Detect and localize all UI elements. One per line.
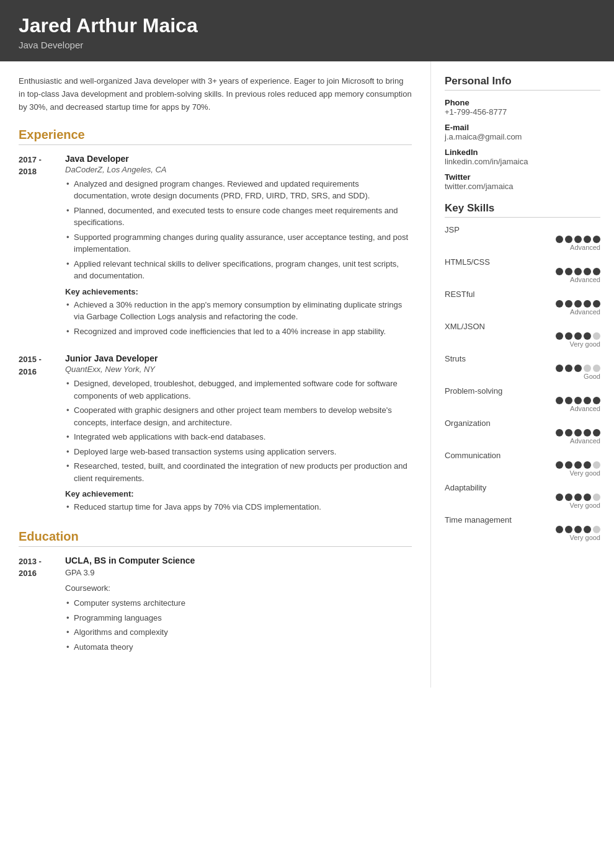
skill-rating-row: Advanced (445, 236, 600, 251)
entry-job-title: Java Developer (65, 154, 412, 164)
dot-filled (584, 526, 591, 533)
gpa: GPA 3.9 (65, 567, 412, 580)
dot-filled (556, 526, 563, 533)
dot-filled (584, 332, 591, 340)
skill-item: Time managementVery good (445, 515, 600, 541)
skill-name: Organization (445, 418, 600, 428)
skill-rating-row: Advanced (445, 429, 600, 445)
dot-filled (574, 332, 582, 340)
education-heading: Education (19, 529, 412, 547)
dot-filled (574, 526, 582, 533)
candidate-title: Java Developer (19, 40, 595, 50)
skill-level-label: Advanced (570, 308, 600, 316)
info-value: j.a.maica@gmail.com (445, 132, 600, 141)
list-item: Achieved a 30% reduction in the app's me… (65, 299, 412, 323)
entry-content: Junior Java DeveloperQuantExx, New York,… (65, 353, 412, 516)
dot-filled (565, 494, 572, 501)
skill-name: Communication (445, 451, 600, 460)
entry-bullets: Designed, developed, troubleshot, debugg… (65, 378, 412, 484)
dot-filled (593, 268, 600, 275)
dot-filled (593, 236, 600, 243)
dot-filled (556, 332, 563, 340)
list-item: Automata theory (65, 641, 412, 653)
dot-filled (584, 494, 591, 501)
entry-dates: 2017 - 2018 (19, 154, 65, 340)
list-item: Planned, documented, and executed tests … (65, 205, 412, 229)
dot-filled (574, 461, 582, 469)
skill-level-label: Very good (569, 502, 600, 509)
personal-info-item: Phone+1-799-456-8777 (445, 98, 600, 117)
dot-filled (574, 397, 582, 404)
personal-info-heading: Personal Info (445, 75, 600, 91)
dot-filled (593, 429, 600, 436)
dot-empty (593, 332, 600, 340)
skill-rating-row: Advanced (445, 300, 600, 316)
experience-entry: 2015 - 2016Junior Java DeveloperQuantExx… (19, 353, 412, 516)
entry-job-title: Junior Java Developer (65, 353, 412, 363)
achievements-heading: Key achievements: (65, 287, 412, 296)
dot-filled (574, 236, 582, 243)
skill-level-label: Advanced (570, 437, 600, 445)
list-item: Researched, tested, built, and coordinat… (65, 460, 412, 484)
list-item: Deployed large web-based transaction sys… (65, 446, 412, 458)
list-item: Designed, developed, troubleshot, debugg… (65, 378, 412, 402)
dot-filled (584, 397, 591, 404)
skill-rating-row: Very good (445, 332, 600, 348)
dot-filled (556, 365, 563, 372)
skill-item: CommunicationVery good (445, 451, 600, 477)
skill-dots (556, 365, 600, 372)
dot-filled (556, 268, 563, 275)
list-item: Reduced startup time for Java apps by 70… (65, 501, 412, 513)
skill-level-label: Very good (569, 469, 600, 477)
skill-item: AdaptabilityVery good (445, 483, 600, 509)
skill-item: Problem-solvingAdvanced (445, 386, 600, 412)
skill-name: Problem-solving (445, 386, 600, 396)
info-value: +1-799-456-8777 (445, 107, 600, 117)
right-column: Personal Info Phone+1-799-456-8777E-mail… (431, 61, 614, 566)
dot-filled (556, 236, 563, 243)
dot-filled (556, 300, 563, 308)
skill-dots (556, 526, 600, 533)
dot-filled (574, 268, 582, 275)
entry-bullets: Analyzed and designed program changes. R… (65, 178, 412, 282)
dot-filled (556, 494, 563, 501)
list-item: Integrated web applications with back-en… (65, 431, 412, 443)
dot-filled (584, 461, 591, 469)
skill-level-label: Advanced (570, 276, 600, 283)
skill-level-label: Good (584, 373, 600, 380)
skill-item: RESTfulAdvanced (445, 290, 600, 316)
list-item: Analyzed and designed program changes. R… (65, 178, 412, 202)
info-value: linkedin.com/in/jamaica (445, 157, 600, 166)
experience-heading: Experience (19, 128, 412, 145)
dot-empty (593, 461, 600, 469)
entry-company: DaCoderZ, Los Angeles, CA (65, 165, 412, 174)
dot-filled (565, 300, 572, 308)
skill-item: XML/JSONVery good (445, 322, 600, 348)
dot-filled (565, 268, 572, 275)
skill-item: HTML5/CSSAdvanced (445, 257, 600, 283)
skill-dots (556, 268, 600, 275)
dot-filled (565, 526, 572, 533)
achievements-list: Achieved a 30% reduction in the app's me… (65, 299, 412, 338)
skill-dots (556, 429, 600, 436)
list-item: Algorithms and complexity (65, 626, 412, 639)
dot-filled (565, 461, 572, 469)
education-section: Education 2013 - 2016UCLA, BS in Compute… (19, 529, 412, 656)
dot-filled (593, 397, 600, 404)
experience-entry: 2017 - 2018Java DeveloperDaCoderZ, Los A… (19, 154, 412, 340)
skill-item: StrutsGood (445, 354, 600, 380)
skill-dots (556, 332, 600, 340)
skills-items: JSPAdvancedHTML5/CSSAdvancedRESTfulAdvan… (445, 225, 600, 541)
list-item: Recognized and improved code inefficienc… (65, 326, 412, 338)
dot-filled (556, 461, 563, 469)
list-item: Supported programming changes during qua… (65, 231, 412, 255)
dot-filled (565, 429, 572, 436)
skill-name: RESTful (445, 290, 600, 299)
coursework-list: Computer systems architectureProgramming… (65, 597, 412, 653)
dot-filled (584, 429, 591, 436)
experience-entries: 2017 - 2018Java DeveloperDaCoderZ, Los A… (19, 154, 412, 516)
list-item: Applied relevant technical skills to del… (65, 258, 412, 282)
achievements-heading: Key achievement: (65, 489, 412, 498)
experience-section: Experience 2017 - 2018Java DeveloperDaCo… (19, 128, 412, 516)
achievements-list: Reduced startup time for Java apps by 70… (65, 501, 412, 513)
